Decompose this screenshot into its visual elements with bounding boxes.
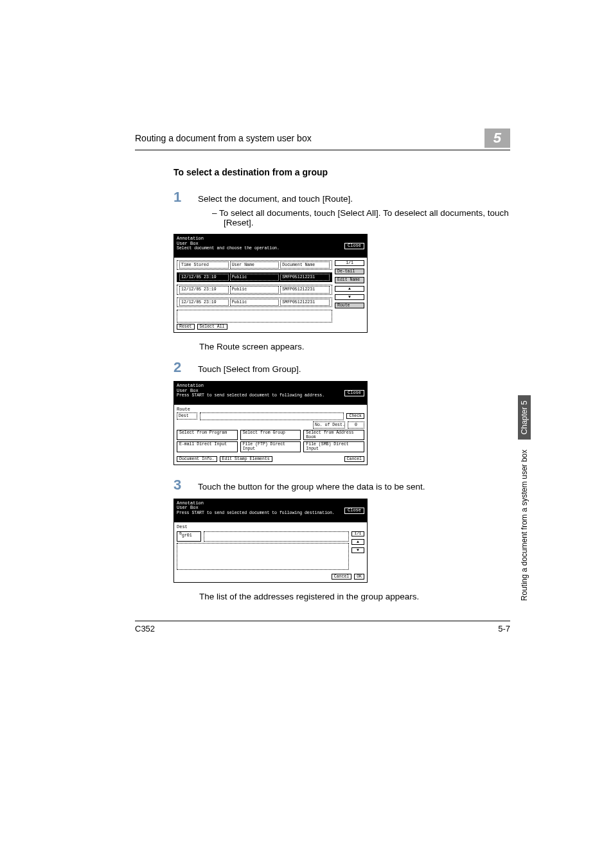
reset-button[interactable]: Reset — [177, 324, 195, 330]
scr3-title: Annotation User Box Press START to send … — [177, 501, 335, 520]
dest-field — [200, 412, 344, 420]
scroll-up-button[interactable]: 1/1 — [335, 260, 364, 266]
step-text: Select the document, and touch [Route]. — [198, 190, 353, 204]
step-text: Touch the button for the group where the… — [198, 478, 425, 492]
select-all-button[interactable]: Select All — [197, 324, 227, 330]
close-button[interactable]: Close — [344, 390, 364, 396]
close-button[interactable]: Close — [344, 508, 364, 514]
dest-label: Dest — [177, 412, 197, 420]
cancel-button[interactable]: Cancel — [332, 574, 351, 580]
screenshot-group-select: Annotation User Box Press START to send … — [173, 499, 368, 583]
running-head: Routing a document from a system user bo… — [135, 133, 312, 143]
no-of-dest-label: No. of Dest. — [313, 421, 345, 429]
table-row[interactable]: 12/12/05 23:19 Public SMFP051212231 — [177, 297, 332, 307]
cancel-button[interactable]: Cancel — [344, 456, 364, 462]
chapter-number-box: 5 — [484, 128, 510, 148]
arrow-down-icon[interactable]: ▼ — [335, 294, 364, 300]
scr2-subtitle: Press START to send selected document to… — [177, 393, 324, 398]
table-row[interactable]: 12/12/05 23:19 Public SMFP051212231 — [177, 272, 332, 282]
step-number: 2 — [173, 360, 186, 375]
group-button[interactable]: ⧉gr01 — [177, 531, 201, 542]
step-text: Touch [Select from Group]. — [198, 360, 301, 374]
table-row[interactable]: 12/12/05 23:19 Public SMFP051212231 — [177, 285, 332, 294]
select-from-address-book-button[interactable]: Select from Address Book — [303, 430, 364, 440]
close-button[interactable]: Close — [344, 243, 364, 249]
cell-user: Public — [230, 274, 280, 281]
route-button[interactable]: Route — [335, 303, 364, 308]
side-tab-title: Routing a document from a system user bo… — [518, 445, 531, 606]
check-button[interactable]: Check — [346, 413, 364, 419]
page-indicator: 1/1 — [351, 531, 364, 537]
cell-user: Public — [230, 286, 280, 293]
no-of-dest-value: 0 — [348, 421, 364, 429]
cell-time: 12/12/05 23:19 — [179, 274, 229, 281]
arrow-down-icon[interactable]: ▼ — [351, 547, 364, 553]
select-from-program-button[interactable]: Select from Program — [177, 430, 238, 440]
select-from-group-button[interactable]: Select from Group — [240, 430, 301, 440]
edit-stamp-button[interactable]: Edit Stamp Elements — [220, 456, 272, 462]
ok-button[interactable]: OK — [354, 574, 364, 580]
scr1-title: Annotation User Box Select document and … — [177, 236, 280, 256]
arrow-up-icon[interactable]: ▲ — [351, 539, 364, 545]
step-number: 1 — [173, 190, 186, 204]
ftp-direct-input-button[interactable]: File (FTP) Direct Input — [240, 441, 301, 452]
email-direct-input-button[interactable]: E-mail Direct Input — [177, 441, 238, 452]
cell-doc: SMFP051212231 — [280, 274, 330, 281]
cell-doc: SMFP051212231 — [280, 299, 330, 306]
col-user: User Name — [230, 261, 280, 269]
col-doc: Document Name — [280, 261, 330, 269]
arrow-up-icon[interactable]: ▲ — [335, 286, 364, 292]
side-tab-chapter: Chapter 5 — [518, 395, 531, 439]
document-info-button[interactable]: Document Info. — [177, 456, 217, 462]
scr3-subtitle: Press START to send selected document to… — [177, 511, 335, 515]
footer-page: 5-7 — [498, 624, 510, 633]
scr1-subtitle: Select document and choose the operation… — [177, 246, 280, 251]
route-label: Route — [177, 407, 364, 412]
detail-button[interactable]: De-tail — [335, 269, 364, 274]
cell-user: Public — [230, 299, 280, 306]
edit-name-button[interactable]: Edit Name — [335, 277, 364, 283]
footer-model: C352 — [135, 624, 155, 633]
screenshot-route: Annotation User Box Press START to send … — [173, 381, 368, 465]
cell-doc: SMFP051212231 — [280, 286, 330, 293]
screenshot-select-document: Annotation User Box Select document and … — [173, 234, 368, 333]
dest-label: Dest — [177, 525, 364, 530]
cell-time: 12/12/05 23:19 — [179, 299, 229, 306]
caption-text: The Route screen appears. — [199, 342, 510, 351]
col-time: Time Stored — [179, 261, 229, 269]
section-heading: To select a destination from a group — [173, 167, 510, 177]
step-number: 3 — [173, 478, 186, 492]
step-sub-bullet: – To select all documents, touch [Select… — [212, 208, 510, 227]
smb-direct-input-button[interactable]: File (SMB) Direct Input — [303, 441, 364, 452]
caption-text: The list of the addresses registered in … — [199, 592, 510, 601]
side-tab: Routing a document from a system user bo… — [518, 395, 531, 606]
scr2-title: Annotation User Box Press START to send … — [177, 384, 324, 403]
cell-time: 12/12/05 23:19 — [179, 286, 229, 293]
